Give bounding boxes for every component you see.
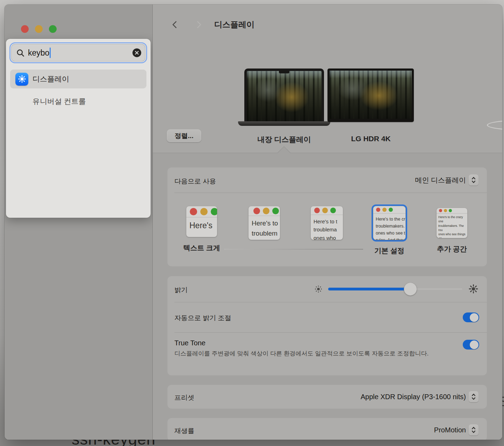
clear-search-button[interactable] — [132, 49, 141, 57]
camera-notch — [279, 71, 289, 73]
search-popover: keybo — [6, 39, 151, 218]
true-tone-description: 디스플레이를 주변광에 맞춰 색상이 다른 환경에서도 일관적으로 보이도록 자… — [174, 349, 440, 359]
preset-card: 프리셋 Apple XDR Display (P3-1600 nits) — [167, 385, 487, 409]
lg-display-thumbnail[interactable] — [327, 69, 414, 122]
zoom-button[interactable] — [49, 25, 57, 33]
divider — [174, 332, 487, 333]
scale-option-label: 텍스트 크게 — [183, 243, 220, 253]
page-title: 디스플레이 — [214, 19, 254, 30]
use-as-dropdown[interactable]: 메인 디스플레이 — [415, 174, 478, 186]
mini-window-text: Here's to troublem — [249, 216, 280, 238]
chevron-right-icon — [194, 21, 201, 28]
sidebar: keybo — [5, 5, 153, 440]
mini-traffic-lights — [311, 206, 343, 215]
brightness-slider[interactable] — [314, 276, 478, 302]
chevron-up-down-icon — [469, 174, 478, 186]
chevron-up-down-icon — [469, 424, 478, 436]
use-as-card: 다음으로 사용 메인 디스플레이 — [167, 167, 487, 266]
mini-window-text: Here's to t troublema ones who — [311, 215, 343, 240]
chevron-up-down-icon — [469, 391, 478, 402]
scale-option[interactable]: Here's to t troublema ones who — [306, 204, 348, 246]
mini-traffic-lights — [437, 208, 467, 214]
lg-display-label: LG HDR 4K — [318, 135, 423, 143]
arrange-button[interactable]: 정렬... — [167, 129, 201, 142]
mini-window-text: Here's — [186, 217, 217, 230]
mini-window-text: Here's to the crazy one troublemakers. T… — [437, 214, 467, 238]
settings-window: keybo — [5, 5, 502, 440]
search-icon — [16, 49, 25, 57]
mini-window-text: Here's to the cr troublemakers. ones who… — [373, 214, 405, 240]
brightness-card: 밝기 — [167, 276, 487, 375]
forward-button[interactable] — [193, 19, 204, 30]
text-cursor — [50, 48, 51, 58]
preset-value: Apple XDR Display (P3-1600 nits) — [361, 393, 466, 401]
search-focus-ring: keybo — [9, 42, 147, 63]
laptop-screen — [244, 69, 324, 121]
sidebar-item-universal-control[interactable]: 유니버설 컨트롤 — [10, 92, 146, 111]
scale-option[interactable]: Here's to the cr troublemakers. ones who… — [368, 204, 410, 256]
scale-option-label: 기본 설정 — [374, 246, 404, 256]
auto-brightness-toggle[interactable] — [463, 312, 479, 322]
monitor-screen — [330, 71, 412, 119]
divider — [174, 302, 487, 302]
scale-option-label: 추가 공간 — [437, 244, 467, 254]
scale-option[interactable]: Here's to the crazy one troublemakers. T… — [431, 206, 473, 254]
builtin-display-thumbnail[interactable] — [244, 69, 324, 126]
toggle-knob — [470, 340, 478, 349]
display-settings-panel: 다음으로 사용 메인 디스플레이 — [153, 153, 502, 440]
back-button[interactable] — [170, 19, 180, 30]
monitor-stand — [487, 120, 502, 130]
true-tone-toggle[interactable] — [463, 340, 479, 350]
brightness-label: 밝기 — [174, 286, 188, 295]
mini-traffic-lights — [186, 206, 217, 217]
refresh-rate-card: 재생률 ProMotion — [167, 418, 487, 440]
chevron-left-icon — [172, 21, 179, 28]
scale-preview-window: Here's to the crazy one troublemakers. T… — [437, 208, 467, 238]
display-overview: 디스플레이 내장 디스플레이 LG HDR 4K 정렬... — [153, 5, 502, 153]
desktop-background: ssh-keygen S keybo — [0, 0, 504, 446]
auto-brightness-label: 자동으로 밝기 조절 — [174, 314, 231, 323]
window-controls — [21, 25, 57, 33]
minimize-button[interactable] — [35, 25, 43, 33]
laptop-base — [238, 121, 330, 126]
refresh-rate-value: ProMotion — [434, 426, 466, 434]
search-input[interactable]: keybo — [11, 44, 145, 62]
slider-track[interactable] — [328, 288, 463, 290]
divider — [174, 193, 487, 193]
scale-option[interactable]: Here's 텍스트 크게 — [181, 204, 223, 253]
scale-option[interactable]: Here's to troublem — [243, 204, 285, 246]
scale-preview-window: Here's to t troublema ones who — [311, 206, 343, 240]
refresh-rate-dropdown[interactable]: ProMotion — [434, 424, 478, 436]
refresh-rate-label: 재생률 — [174, 426, 194, 436]
scale-preview-window: Here's — [186, 206, 217, 237]
toggle-knob — [470, 313, 478, 322]
search-value: keybo — [28, 48, 49, 58]
scale-track-line — [224, 249, 363, 250]
scale-preview-window: Here's to the cr troublemakers. ones who… — [373, 206, 405, 240]
true-tone-label: True Tone — [174, 339, 206, 347]
use-as-label: 다음으로 사용 — [174, 177, 216, 186]
scale-preview-window: Here's to troublem — [249, 206, 280, 240]
use-as-value: 메인 디스플레이 — [415, 175, 466, 185]
brightness-thumb[interactable] — [404, 283, 417, 296]
close-icon — [135, 51, 139, 55]
sidebar-item-label: 디스플레이 — [33, 74, 69, 84]
sidebar-item-displays[interactable]: 디스플레이 — [10, 70, 146, 88]
mini-traffic-lights — [249, 206, 280, 216]
sidebar-item-label: 유니버설 컨트롤 — [33, 96, 86, 106]
close-button[interactable] — [21, 25, 29, 33]
mini-traffic-lights — [373, 206, 405, 214]
brightness-high-icon — [468, 284, 478, 294]
brightness-fill — [328, 288, 410, 290]
main-pane: 디스플레이 내장 디스플레이 LG HDR 4K 정렬... 다음으로 사용 — [153, 5, 502, 440]
preset-label: 프리셋 — [174, 393, 194, 402]
preset-dropdown[interactable]: Apple XDR Display (P3-1600 nits) — [361, 391, 478, 402]
display-icon — [15, 73, 28, 86]
brightness-low-icon — [314, 285, 323, 293]
